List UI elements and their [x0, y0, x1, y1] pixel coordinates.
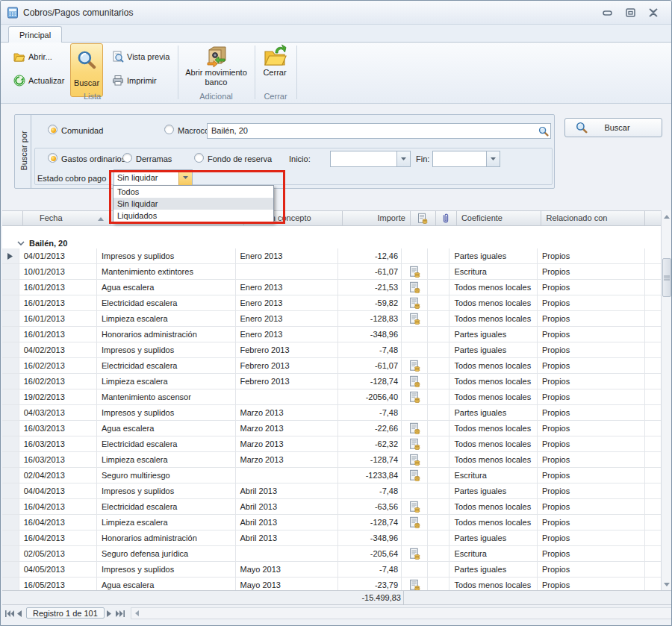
column-header-fecha[interactable]: Fecha — [23, 211, 111, 225]
cell-attachment — [428, 546, 449, 562]
cell-importe: -128,74 — [338, 515, 402, 530]
cell-attachment — [428, 578, 449, 590]
refresh-button[interactable]: Actualizar — [11, 72, 66, 89]
fin-dropdown[interactable] — [432, 151, 500, 167]
chevron-down-icon[interactable] — [17, 241, 25, 245]
cell-fecha: 16/03/2013 — [19, 421, 97, 436]
table-row[interactable]: 16/01/2013Agua escaleraEnero 2013-21,53T… — [2, 280, 661, 295]
preview-icon — [112, 51, 124, 63]
horizontal-scrollbar[interactable] — [131, 607, 672, 619]
minimize-icon[interactable] — [602, 7, 615, 18]
scroll-up-icon[interactable] — [662, 210, 671, 222]
safe-icon — [205, 44, 228, 68]
table-row[interactable]: 16/05/2013Agua escaleraMayo 2013-23,79To… — [2, 578, 661, 590]
cell-importe: -128,74 — [338, 452, 402, 468]
table-row[interactable]: 04/03/2013Impresos y suplidosMarzo 2013-… — [2, 405, 661, 421]
print-button[interactable]: Imprimir — [110, 72, 159, 89]
search-ribbon-button[interactable]: Buscar — [70, 43, 103, 97]
table-row[interactable]: 16/01/2013Limpieza escaleraEnero 2013-12… — [2, 311, 661, 327]
column-header-relacionado-con[interactable]: Relacionado con — [541, 211, 645, 225]
chevron-down-icon[interactable] — [486, 151, 500, 166]
table-row[interactable]: 16/04/2013Limpieza escaleraAbril 2013-12… — [2, 515, 661, 530]
close-ribbon-button[interactable]: Cerrar — [258, 44, 292, 92]
close-icon[interactable] — [647, 7, 661, 18]
inicio-dropdown[interactable] — [330, 151, 411, 167]
table-row[interactable]: 16/03/2013Electricidad escaleraMarzo 201… — [2, 436, 661, 452]
row-indicator-cell — [2, 311, 19, 327]
community-search-input[interactable]: Bailén, 20 — [207, 123, 551, 139]
cell-filler — [645, 405, 661, 421]
table-row[interactable]: 16/03/2013Agua escaleraMarzo 2013-22,66T… — [2, 421, 661, 436]
table-row[interactable]: 04/04/2013Impresos y suplidosAbril 2013-… — [2, 483, 661, 499]
table-row[interactable]: 04/02/2013Impresos y suplidosFebrero 201… — [2, 342, 661, 358]
cell-filler — [645, 342, 661, 358]
cell-fecha: 04/01/2013 — [19, 248, 97, 264]
scroll-left-icon[interactable] — [131, 608, 143, 619]
radio-fondo-reserva-label: Fondo de reserva — [208, 154, 272, 163]
column-header-coeficiente[interactable]: Coeficiente — [457, 211, 542, 225]
paperclip-icon[interactable] — [436, 211, 457, 225]
row-indicator-cell — [2, 468, 19, 483]
table-row[interactable]: 16/04/2013Honorarios administraciónAbril… — [2, 530, 661, 546]
table-row[interactable]: 02/04/2013Seguro multiriesgo-1233,84Escr… — [2, 468, 661, 483]
cell-coeficiente: Partes iguales — [449, 327, 538, 342]
search-button[interactable]: Buscar — [564, 118, 662, 137]
cell-relacionado: Propios — [538, 483, 645, 499]
radio-comunidad[interactable] — [48, 125, 57, 134]
maximize-icon[interactable] — [625, 7, 638, 18]
cell-fecha: 16/03/2013 — [19, 436, 97, 452]
table-row[interactable]: 16/01/2013Honorarios administraciónEnero… — [2, 327, 661, 342]
cell-importe: -61,07 — [338, 264, 402, 280]
scrollbar-thumb[interactable] — [662, 258, 671, 297]
table-row[interactable]: 16/03/2013Limpieza escaleraMarzo 2013-12… — [2, 452, 661, 468]
tab-principal[interactable]: Principal — [8, 26, 62, 43]
receipt-icon[interactable] — [411, 211, 436, 225]
preview-button[interactable]: Vista previa — [110, 48, 172, 65]
grid-rows: 04/01/2013Impresos y suplidosEnero 2013-… — [2, 248, 661, 590]
record-navigator: Registro 1 de 101 — [1, 606, 672, 621]
next-record-icon[interactable] — [107, 610, 111, 617]
table-row[interactable]: 19/02/2013Mantenimiento ascensor-2056,40… — [2, 389, 661, 405]
cell-relacionado: Propios — [538, 546, 645, 562]
group-row[interactable]: Bailén, 20 — [2, 238, 661, 248]
table-row[interactable]: 04/05/2013Impresos y suplidosMayo 2013-7… — [2, 562, 661, 578]
preview-button-label: Vista previa — [127, 52, 169, 61]
table-row[interactable]: 16/02/2013Limpieza escaleraFebrero 2013-… — [2, 374, 661, 389]
radio-fondo-reserva[interactable] — [194, 153, 204, 163]
radio-gastos-ordinarios[interactable] — [48, 153, 57, 163]
radio-macrocomunidad[interactable] — [164, 125, 174, 134]
cell-receipt — [402, 264, 428, 280]
grid-header: FechaConceptoMes en conceptoImporteCoefi… — [2, 210, 661, 226]
table-row[interactable]: 02/05/2013Seguro defensa jurídica-205,64… — [2, 546, 661, 562]
table-row[interactable]: 10/01/2013Mantenimiento extintores-61,07… — [2, 264, 661, 280]
cell-coeficiente: Todos menos locales — [449, 436, 538, 452]
table-row[interactable]: 16/01/2013Electricidad escaleraEnero 201… — [2, 295, 661, 311]
cell-concepto: Electricidad escalera — [97, 295, 236, 311]
cell-mes: Abril 2013 — [236, 530, 338, 546]
table-row[interactable]: 16/04/2013Electricidad escaleraAbril 201… — [2, 499, 661, 515]
previous-record-icon[interactable] — [17, 610, 22, 617]
group-label-lista: Lista — [7, 92, 178, 102]
cell-receipt — [402, 468, 428, 483]
cell-concepto: Limpieza escalera — [97, 515, 236, 530]
vertical-scrollbar[interactable] — [661, 210, 671, 590]
cell-concepto: Agua escalera — [97, 280, 236, 295]
chevron-down-icon[interactable] — [396, 151, 410, 166]
cell-mes: Marzo 2013 — [236, 436, 338, 452]
table-row[interactable]: 16/02/2013Electricidad escaleraFebrero 2… — [2, 358, 661, 374]
column-header-importe[interactable]: Importe — [343, 211, 410, 225]
cell-attachment — [428, 327, 449, 342]
table-row[interactable]: 04/01/2013Impresos y suplidosEnero 2013-… — [2, 248, 661, 264]
open-bank-movement-button[interactable]: Abrir movimiento banco — [182, 44, 250, 92]
receipt-icon — [409, 375, 420, 387]
radio-derramas-label: Derramas — [136, 154, 172, 163]
magnifier-icon[interactable] — [538, 126, 549, 137]
radio-derramas[interactable] — [122, 153, 132, 163]
scroll-down-icon[interactable] — [662, 578, 671, 590]
first-record-icon[interactable] — [5, 610, 14, 617]
cell-importe: -12,46 — [338, 248, 402, 264]
cell-coeficiente: Partes iguales — [449, 530, 538, 546]
open-button[interactable]: Abrir... — [11, 48, 55, 65]
last-record-icon[interactable] — [116, 610, 125, 617]
radio-comunidad-label: Comunidad — [61, 126, 103, 135]
